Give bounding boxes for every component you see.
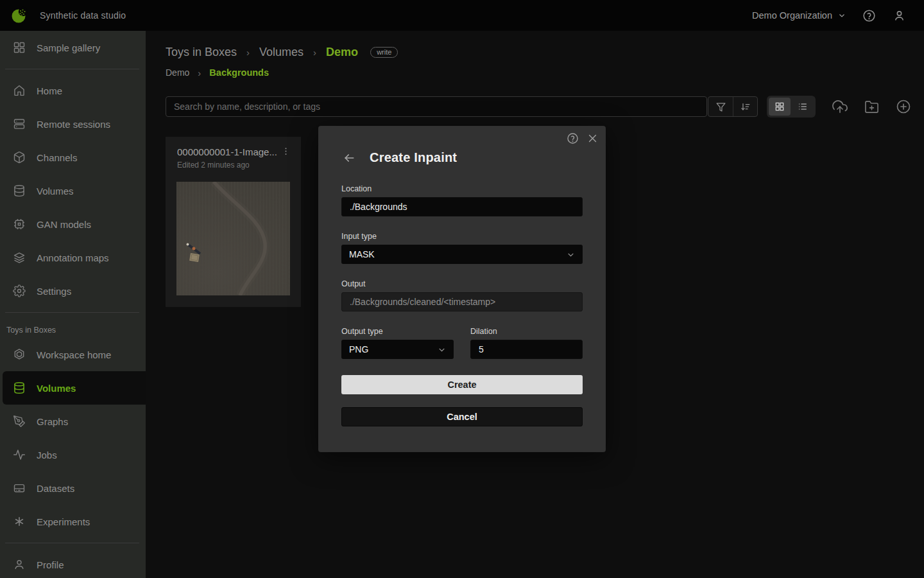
kebab-icon <box>281 146 291 156</box>
search-input[interactable] <box>166 96 707 117</box>
sort-button[interactable] <box>733 97 757 116</box>
chip-icon <box>13 218 26 231</box>
breadcrumb-separator: › <box>246 47 250 58</box>
output-input[interactable] <box>341 292 583 311</box>
sidebar-item-profile[interactable]: Profile <box>0 548 146 578</box>
top-bar: Synthetic data studio Demo Organization <box>0 0 924 31</box>
pen-tool-icon <box>13 415 26 428</box>
back-arrow-icon[interactable] <box>343 152 355 164</box>
help-icon[interactable] <box>862 9 876 22</box>
output-type-select[interactable]: PNG <box>341 340 454 359</box>
sidebar-item-label: Graphs <box>37 416 68 427</box>
modal-help-icon[interactable] <box>567 132 579 144</box>
list-view-toggle[interactable] <box>792 98 814 116</box>
sidebar-item-label: Home <box>37 85 62 96</box>
sidebar-item-label: Channels <box>37 152 77 163</box>
filter-sort-group <box>708 96 758 117</box>
grid-view-icon <box>774 101 785 112</box>
home-icon <box>13 84 26 97</box>
sidebar-item-sample-gallery[interactable]: Sample gallery <box>0 31 146 64</box>
output-label: Output <box>341 279 583 288</box>
view-toggle-group <box>767 96 816 118</box>
database-icon <box>13 381 26 394</box>
breadcrumb-separator: › <box>198 67 201 78</box>
sidebar-item-jobs[interactable]: Jobs <box>0 438 146 471</box>
sidebar-item-volumes[interactable]: Volumes <box>0 174 146 207</box>
create-button[interactable]: Create <box>341 375 583 394</box>
path-current-folder[interactable]: Backgrounds <box>209 67 269 78</box>
sidebar-item-experiments[interactable]: Experiments <box>0 505 146 538</box>
gear-icon <box>13 285 26 297</box>
input-type-value: MASK <box>349 249 375 259</box>
modal-close-icon[interactable] <box>587 132 598 144</box>
search-toolbar <box>166 96 924 118</box>
location-input[interactable] <box>341 197 583 216</box>
asset-card[interactable]: 0000000001-1-Image.... Edited 2 minutes … <box>166 137 301 307</box>
sidebar-item-label: Annotation maps <box>37 252 109 263</box>
add-button[interactable] <box>896 99 911 114</box>
sidebar-item-graphs[interactable]: Graphs <box>0 405 146 438</box>
breadcrumb-volumes[interactable]: Volumes <box>259 46 304 59</box>
chevron-down-icon <box>838 12 846 19</box>
output-type-label: Output type <box>341 327 454 336</box>
cancel-button[interactable]: Cancel <box>341 407 583 426</box>
create-inpaint-modal: Create Inpaint Location Input type MASK … <box>318 126 606 452</box>
new-folder-button[interactable] <box>864 100 879 114</box>
sidebar-item-label: Profile <box>37 559 64 570</box>
sidebar-item-label: Settings <box>37 286 71 297</box>
hexagon-icon <box>13 348 26 361</box>
org-name: Demo Organization <box>752 10 832 21</box>
activity-icon <box>13 448 26 461</box>
sidebar-item-label: GAN models <box>37 219 91 230</box>
modal-title: Create Inpaint <box>370 150 457 165</box>
server-icon <box>13 118 26 130</box>
sidebar-item-label: Jobs <box>37 450 57 460</box>
breadcrumb-current-volume[interactable]: Demo <box>326 46 358 59</box>
sidebar-item-label: Workspace home <box>37 349 111 360</box>
sidebar-item-annotation-maps[interactable]: Annotation maps <box>0 241 146 274</box>
plus-circle-icon <box>896 99 911 114</box>
profile-icon[interactable] <box>893 9 906 22</box>
sidebar-item-workspace-home[interactable]: Workspace home <box>0 338 146 371</box>
org-switcher[interactable]: Demo Organization <box>752 10 846 21</box>
input-type-select[interactable]: MASK <box>341 245 583 264</box>
sidebar-divider <box>5 69 139 69</box>
grid-view-toggle[interactable] <box>769 98 791 116</box>
breadcrumb: Toys in Boxes › Volumes › Demo write <box>166 42 924 62</box>
sidebar-item-remote-sessions[interactable]: Remote sessions <box>0 107 146 141</box>
asset-edited-time: Edited 2 minutes ago <box>166 159 301 170</box>
upload-button[interactable] <box>832 99 848 114</box>
tray-icon <box>13 482 26 495</box>
sidebar-item-gan-models[interactable]: GAN models <box>0 207 146 241</box>
sidebar-item-label: Experiments <box>37 516 90 527</box>
sidebar-item-channels[interactable]: Channels <box>0 141 146 174</box>
sidebar-item-datasets[interactable]: Datasets <box>0 471 146 505</box>
database-icon <box>13 184 26 197</box>
filter-button[interactable] <box>708 97 733 116</box>
asset-thumbnail[interactable] <box>176 182 290 295</box>
sidebar-item-volumes-workspace[interactable]: Volumes <box>3 371 146 405</box>
sidebar-divider <box>5 312 139 313</box>
sidebar-item-home[interactable]: Home <box>0 74 146 107</box>
sidebar-item-label: Datasets <box>37 483 74 494</box>
input-type-label: Input type <box>341 232 583 241</box>
output-type-value: PNG <box>349 344 368 355</box>
dilation-input[interactable] <box>470 340 583 359</box>
location-label: Location <box>341 184 583 193</box>
grid-icon <box>13 41 26 54</box>
card-menu-button[interactable] <box>277 146 295 159</box>
app-logo-icon <box>10 6 28 24</box>
write-permission-badge: write <box>370 47 398 58</box>
sidebar-item-settings[interactable]: Settings <box>0 274 146 308</box>
layers-icon <box>13 251 26 264</box>
dilation-label: Dilation <box>470 327 583 336</box>
asset-title: 0000000001-1-Image.... <box>177 146 277 157</box>
cloud-upload-icon <box>832 99 848 114</box>
sidebar-divider <box>5 543 139 543</box>
list-view-icon <box>798 101 808 112</box>
chevron-down-icon <box>438 346 446 354</box>
sort-icon <box>740 101 751 112</box>
path-root[interactable]: Demo <box>166 67 189 78</box>
breadcrumb-workspace[interactable]: Toys in Boxes <box>166 46 237 59</box>
cube-icon <box>13 151 26 164</box>
